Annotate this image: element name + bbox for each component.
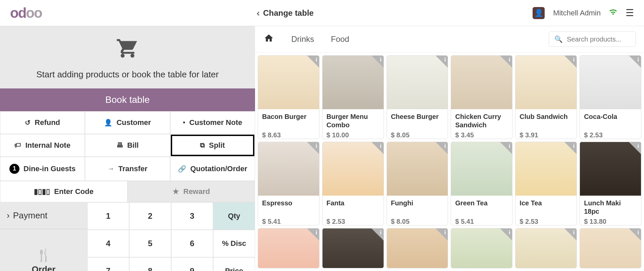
- numpad-qty[interactable]: Qty: [213, 202, 255, 230]
- info-icon[interactable]: i: [509, 57, 510, 63]
- product-card[interactable]: iBurger Menu Combo$ 10.00: [322, 55, 384, 139]
- product-name: Funghi: [391, 199, 444, 216]
- info-corner[interactable]: [436, 56, 448, 68]
- info-icon[interactable]: i: [444, 143, 446, 149]
- internal-note-button[interactable]: 🏷Internal Note: [0, 134, 85, 157]
- info-icon[interactable]: i: [573, 57, 575, 63]
- category-drinks[interactable]: Drinks: [291, 35, 314, 44]
- avatar[interactable]: 👤: [533, 7, 545, 19]
- split-button[interactable]: ⧉Split: [170, 134, 255, 157]
- product-card[interactable]: i: [580, 228, 641, 268]
- product-name: Chicken Curry Sandwich: [455, 113, 508, 130]
- info-corner[interactable]: [564, 228, 577, 241]
- product-card[interactable]: i: [258, 228, 319, 268]
- info-corner[interactable]: [436, 142, 448, 154]
- info-icon[interactable]: i: [509, 229, 510, 235]
- info-corner[interactable]: [629, 142, 641, 154]
- info-icon[interactable]: i: [444, 229, 446, 235]
- transfer-button[interactable]: →Transfer: [85, 157, 170, 181]
- info-icon[interactable]: i: [638, 57, 639, 63]
- numpad-2[interactable]: 2: [129, 202, 171, 230]
- category-food[interactable]: Food: [331, 35, 349, 44]
- info-corner[interactable]: [629, 228, 641, 241]
- numpad-9[interactable]: 9: [171, 257, 213, 271]
- info-corner[interactable]: [629, 56, 641, 68]
- info-icon[interactable]: i: [315, 143, 317, 149]
- info-icon[interactable]: i: [315, 229, 317, 235]
- info-corner[interactable]: [500, 228, 512, 241]
- info-corner[interactable]: [564, 142, 577, 154]
- product-card[interactable]: iEspresso$ 5.41: [258, 142, 319, 225]
- numpad-6[interactable]: 6: [171, 230, 213, 257]
- info-icon[interactable]: i: [573, 229, 575, 235]
- search-input[interactable]: [567, 36, 630, 43]
- info-corner[interactable]: [500, 142, 512, 154]
- product-image: i: [451, 142, 512, 196]
- book-table-button[interactable]: Book table: [0, 88, 255, 111]
- barcode-icon: ▮▯▮▯: [34, 187, 50, 196]
- customer-button[interactable]: 👤Customer: [85, 111, 170, 134]
- enter-code-button[interactable]: ▮▯▮▯Enter Code: [0, 181, 128, 202]
- wifi-icon: [609, 8, 617, 18]
- info-icon[interactable]: i: [315, 57, 317, 63]
- numpad-7[interactable]: 7: [87, 257, 129, 271]
- change-table-button[interactable]: ‹ Change table: [257, 8, 314, 18]
- product-card[interactable]: iFunghi$ 8.05: [387, 142, 448, 225]
- product-card[interactable]: i: [451, 228, 512, 268]
- numpad-1[interactable]: 1: [87, 202, 129, 230]
- quotation-button[interactable]: 🔗Quotation/Order: [170, 157, 255, 181]
- info-corner[interactable]: [371, 142, 384, 154]
- numpad-4[interactable]: 4: [87, 230, 129, 257]
- product-image: i: [451, 56, 512, 109]
- info-corner[interactable]: [371, 56, 384, 68]
- customer-note-button[interactable]: ▪Customer Note: [170, 111, 255, 134]
- product-card[interactable]: iCheese Burger$ 8.05: [387, 55, 448, 139]
- product-card[interactable]: i: [387, 228, 448, 268]
- info-icon[interactable]: i: [444, 57, 446, 63]
- info-icon[interactable]: i: [573, 143, 575, 149]
- product-card[interactable]: iCoca-Cola$ 2.53: [580, 55, 641, 139]
- product-card[interactable]: i: [515, 228, 577, 268]
- info-icon[interactable]: i: [380, 229, 381, 235]
- numpad-8[interactable]: 8: [129, 257, 171, 271]
- info-corner[interactable]: [307, 142, 319, 154]
- hamburger-menu-icon[interactable]: ☰: [626, 7, 634, 18]
- product-price: $ 8.63: [262, 131, 315, 139]
- search-box[interactable]: 🔍: [549, 31, 636, 47]
- info-corner[interactable]: [307, 228, 319, 241]
- product-card[interactable]: iBacon Burger$ 8.63: [258, 55, 319, 139]
- odoo-logo[interactable]: odoo: [10, 5, 42, 21]
- numpad-price[interactable]: Price: [213, 257, 255, 271]
- guests-button[interactable]: 1Dine-in Guests: [0, 157, 85, 181]
- info-corner[interactable]: [500, 56, 512, 68]
- info-icon[interactable]: i: [638, 229, 639, 235]
- numpad-3[interactable]: 3: [171, 202, 213, 230]
- numpad-disc[interactable]: % Disc: [213, 230, 255, 257]
- numpad-5[interactable]: 5: [129, 230, 171, 257]
- product-name: Ice Tea: [519, 199, 573, 216]
- info-corner[interactable]: [436, 228, 448, 241]
- info-icon[interactable]: i: [380, 143, 381, 149]
- bill-button[interactable]: 🖶Bill: [85, 134, 170, 157]
- product-card[interactable]: i: [322, 228, 384, 268]
- product-card[interactable]: iIce Tea$ 2.53: [515, 142, 577, 225]
- info-corner[interactable]: [371, 228, 384, 241]
- guests-count: 1: [9, 164, 19, 174]
- product-price: $ 8.05: [391, 131, 444, 139]
- product-card[interactable]: iFanta$ 2.53: [322, 142, 384, 225]
- info-icon[interactable]: i: [380, 57, 381, 63]
- payment-button[interactable]: ›Payment: [0, 202, 87, 229]
- product-card[interactable]: iLunch Maki 18pc$ 13.80: [580, 142, 641, 225]
- home-icon[interactable]: [263, 33, 275, 46]
- refund-button[interactable]: ↺Refund: [0, 111, 85, 134]
- order-button[interactable]: 🍴 Order: [0, 235, 87, 271]
- reward-button[interactable]: ★Reward: [128, 181, 255, 202]
- product-card[interactable]: iGreen Tea$ 5.41: [451, 142, 512, 225]
- info-corner[interactable]: [564, 56, 577, 68]
- product-card[interactable]: iChicken Curry Sandwich$ 3.45: [451, 55, 512, 139]
- product-price: $ 2.53: [584, 131, 637, 139]
- product-card[interactable]: iClub Sandwich$ 3.91: [515, 55, 577, 139]
- info-icon[interactable]: i: [638, 143, 639, 149]
- info-corner[interactable]: [307, 56, 319, 68]
- info-icon[interactable]: i: [509, 143, 510, 149]
